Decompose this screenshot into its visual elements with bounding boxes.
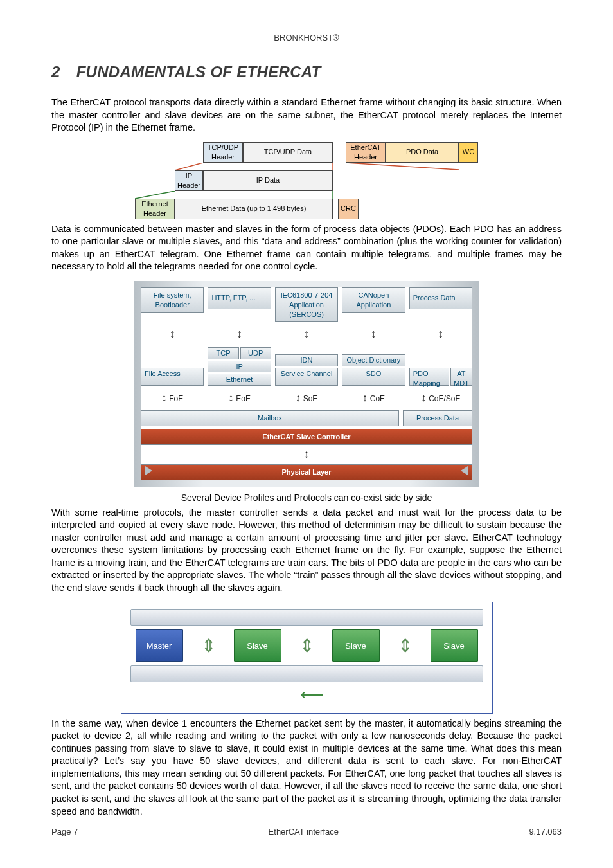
paragraph: Data is communicated between master and … bbox=[51, 223, 562, 273]
footer-page: Page 7 bbox=[51, 826, 78, 838]
slave-node: Slave bbox=[431, 629, 478, 662]
rule bbox=[58, 41, 267, 41]
ethernet-data-box: Ethernet Data (up to 1,498 bytes) bbox=[175, 199, 333, 219]
coe-label: ↕CoE bbox=[342, 391, 405, 405]
esc-box: EtherCAT Slave Controller bbox=[141, 429, 472, 445]
pipe-bottom-icon bbox=[130, 665, 483, 682]
rule bbox=[346, 41, 555, 41]
ip-header-box: IP Header bbox=[175, 170, 203, 191]
service-channel-box: Service Channel bbox=[275, 368, 338, 386]
updown-arrow-icon: ⇕ bbox=[299, 640, 314, 653]
profile-box: Process Data bbox=[409, 287, 472, 309]
file-access-box: File Access bbox=[141, 368, 204, 386]
section-heading: 2 FUNDAMENTALS OF ETHERCAT bbox=[51, 62, 562, 82]
ethercat-header-box: EtherCAT Header bbox=[346, 142, 386, 163]
pdo-data-box: PDO Data bbox=[386, 142, 459, 163]
page-footer: Page 7 EtherCAT interface 9.17.063 bbox=[51, 822, 562, 838]
triangle-left-icon bbox=[145, 466, 152, 475]
ip-data-box: IP Data bbox=[203, 170, 333, 191]
connector-lines-icon bbox=[135, 191, 469, 199]
updown-arrow-icon: ↕ bbox=[342, 326, 405, 341]
updown-arrow-icon: ⇕ bbox=[398, 640, 413, 653]
crc-box: CRC bbox=[338, 199, 359, 219]
updown-arrow-icon: ↕ bbox=[409, 326, 472, 341]
sdo-box: SDO bbox=[342, 368, 405, 386]
paragraph: With some real-time protocols, the maste… bbox=[51, 507, 562, 595]
tcp-box: TCP bbox=[208, 347, 238, 359]
eoe-label: ↕EoE bbox=[208, 391, 271, 405]
figure-master-slave: Master ⇕ Slave ⇕ Slave ⇕ Slave ⟵ bbox=[51, 602, 562, 713]
updown-arrow-icon: ↕ bbox=[275, 326, 338, 341]
soe-label: ↕SoE bbox=[275, 391, 338, 405]
udp-box: UDP bbox=[240, 347, 271, 359]
paragraph: The EtherCAT protocol transports data di… bbox=[51, 96, 562, 134]
profile-box: CANopen Application bbox=[342, 287, 405, 313]
ethernet-header-box: Ethernet Header bbox=[135, 199, 175, 219]
paragraph: In the same way, when device 1 encounter… bbox=[51, 718, 562, 818]
updown-arrow-icon: ⇕ bbox=[201, 640, 216, 653]
process-data-box: Process Data bbox=[403, 410, 472, 426]
mailbox-box: Mailbox bbox=[141, 410, 399, 426]
figure-frame-structure: TCP/UDP Header TCP/UDP Data EtherCAT Hea… bbox=[51, 142, 562, 219]
coesoe-label: ↕CoE/SoE bbox=[409, 391, 472, 405]
brand: BRONKHORST® bbox=[274, 32, 339, 44]
updown-arrow-icon: ↕ bbox=[141, 446, 472, 462]
object-dictionary-box: Object Dictionary bbox=[342, 354, 405, 366]
figure-device-profiles: File system, Bootloader HTTP, FTP, ... I… bbox=[51, 281, 562, 487]
slave-node: Slave bbox=[234, 629, 281, 662]
footer-doc: 9.17.063 bbox=[529, 826, 562, 838]
updown-arrow-icon: ↕ bbox=[141, 326, 204, 341]
connector-lines-icon bbox=[135, 163, 469, 170]
page-header: BRONKHORST® bbox=[51, 32, 562, 46]
profile-box: IEC61800-7-204 Application (SERCOS) bbox=[275, 287, 338, 323]
section-title: FUNDAMENTALS OF ETHERCAT bbox=[76, 63, 321, 80]
ip-box: IP bbox=[208, 361, 271, 373]
master-node: Master bbox=[136, 629, 183, 662]
figure-caption: Several Device Profiles and Protocols ca… bbox=[51, 492, 562, 504]
pdo-mapping-box: PDO Mapping bbox=[409, 368, 449, 386]
slave-node: Slave bbox=[332, 629, 380, 662]
physical-layer-box: Physical Layer bbox=[141, 464, 472, 480]
return-arrow-icon: ⟵ bbox=[130, 683, 483, 706]
tcp-data-box: TCP/UDP Data bbox=[243, 142, 333, 163]
at-mdt-box: AT MDT bbox=[450, 368, 472, 386]
triangle-right-icon bbox=[461, 466, 468, 475]
tcp-header-box: TCP/UDP Header bbox=[203, 142, 243, 163]
footer-title: EtherCAT interface bbox=[269, 826, 339, 838]
pipe-top-icon bbox=[130, 609, 483, 626]
section-number: 2 bbox=[51, 63, 60, 80]
idn-box: IDN bbox=[275, 354, 338, 366]
wc-box: WC bbox=[459, 142, 478, 163]
updown-arrow-icon: ↕ bbox=[208, 326, 271, 341]
profile-box: HTTP, FTP, ... bbox=[208, 287, 271, 309]
profile-box: File system, Bootloader bbox=[141, 287, 204, 313]
ethernet-box: Ethernet bbox=[208, 374, 271, 386]
foe-label: ↕FoE bbox=[141, 391, 204, 405]
